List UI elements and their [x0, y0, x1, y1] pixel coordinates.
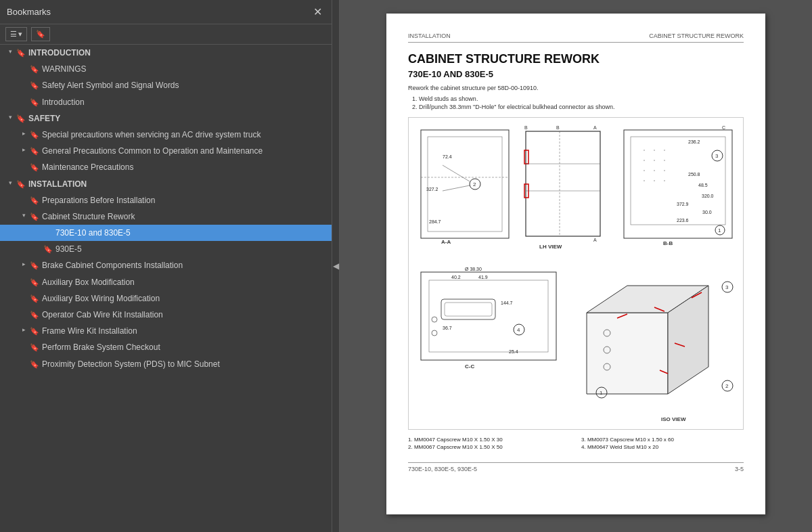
sidebar-item-installation-section[interactable]: 🔖 INSTALLATION — [0, 176, 332, 192]
bookmark-icon: 🔖 — [16, 48, 26, 58]
part-4: 4. MM0647 Weld Stud M10 x 20 — [581, 444, 744, 450]
svg-text:30.0: 30.0 — [702, 210, 712, 215]
svg-text:25.4: 25.4 — [509, 349, 518, 354]
sidebar-item-safety-section[interactable]: 🔖 SAFETY — [0, 110, 332, 127]
sidebar-item-930e-5[interactable]: 🔖 930E-5 — [0, 241, 332, 257]
svg-line-9 — [443, 185, 470, 191]
doc-subtitle: 730E-10 AND 830E-5 — [408, 69, 744, 79]
svg-text:A: A — [593, 238, 597, 242]
bookmarks-panel: Bookmarks ✕ ☰ ▾ 🔖 🔖 INTRODUCTION 🔖 WARNI… — [0, 0, 332, 532]
svg-line-8 — [443, 165, 470, 181]
svg-text:250.8: 250.8 — [688, 172, 700, 177]
sidebar-item-special-precautions[interactable]: 🔖 Special precautions when servicing an … — [0, 127, 332, 143]
svg-text:327.2: 327.2 — [426, 187, 438, 192]
svg-point-31 — [654, 170, 655, 171]
svg-text:A: A — [593, 125, 597, 130]
expand-icon — [19, 146, 28, 154]
svg-point-29 — [664, 160, 665, 161]
sidebar-item-label: Perform Brake System Checkout — [42, 342, 328, 353]
svg-text:36.7: 36.7 — [443, 326, 452, 330]
sidebar-item-cabinet-structure-rework[interactable]: 🔖 Cabinet Structure Rework — [0, 208, 332, 225]
parts-col-right: 3. MM0073 Capscrew M10 x 1.50 x 60 4. MM… — [581, 437, 744, 451]
footer-left: 730E-10, 830E-5, 930E-5 — [408, 466, 477, 472]
bookmark-icon: 🔖 — [30, 212, 39, 221]
sidebar-item-label: 730E-10 and 830E-5 — [55, 227, 328, 238]
svg-text:284.7: 284.7 — [429, 219, 441, 224]
sidebar-item-label: Auxiliary Box Wiring Modification — [42, 293, 328, 304]
bookmark-icon: 🔖 — [30, 326, 39, 336]
svg-point-26 — [664, 150, 665, 151]
svg-text:2: 2 — [473, 181, 476, 187]
sidebar-item-730e-10-830e-5[interactable]: 🔖 730E-10 and 830E-5 — [0, 225, 332, 241]
bookmark-icon: 🔖 — [30, 310, 39, 319]
svg-text:B-B: B-B — [663, 240, 673, 246]
svg-point-35 — [664, 180, 665, 181]
footer-right: 3-5 — [735, 466, 744, 472]
sidebar-item-proximity-detection[interactable]: 🔖 Proximity Detection System (PDS) to MI… — [0, 356, 332, 372]
sidebar-item-label: Safety Alert Symbol and Signal Words — [42, 80, 328, 91]
sidebar-item-label: 930E-5 — [55, 244, 328, 254]
sidebar-item-label: Special precautions when servicing an AC… — [42, 129, 328, 140]
sidebar-item-label: INSTALLATION — [28, 179, 328, 190]
sidebar-item-general-precautions[interactable]: 🔖 General Precautions Common to Operatio… — [0, 143, 332, 159]
dropdown-arrow: ▾ — [18, 30, 22, 39]
part-1: 1. MM0047 Capscrew M10 X 1.50 X 30 — [408, 437, 570, 443]
sidebar-item-introduction[interactable]: 🔖 Introduction — [0, 94, 332, 110]
sidebar-item-warnings[interactable]: 🔖 WARNINGS — [0, 61, 332, 77]
sidebar-item-label: WARNINGS — [42, 64, 328, 74]
sidebar-item-frame-wire[interactable]: 🔖 Frame Wire Kit Installation — [0, 323, 332, 339]
bookmark-icon: 🔖 — [30, 261, 39, 270]
list-icon: ☰ — [10, 30, 17, 39]
header-left: INSTALLATION — [408, 32, 451, 39]
panel-collapse-handle[interactable]: ◀ — [332, 0, 340, 532]
bookmark-icon: 🔖 — [30, 64, 39, 74]
bookmark-icon: 🔖 — [30, 294, 39, 303]
sidebar-item-preparations[interactable]: 🔖 Preparations Before Installation — [0, 192, 332, 208]
svg-text:LH VIEW: LH VIEW — [539, 244, 562, 250]
svg-point-53 — [432, 317, 437, 322]
svg-text:1: 1 — [718, 227, 721, 234]
svg-point-27 — [644, 160, 645, 161]
sidebar-item-maintenance-precautions[interactable]: 🔖 Maintenance Precautions — [0, 159, 332, 175]
doc-footer: 730E-10, 830E-5, 930E-5 3-5 — [408, 462, 744, 472]
expand-icon — [5, 48, 15, 56]
bookmark-icon: 🔖 — [30, 130, 39, 139]
svg-point-25 — [654, 150, 655, 151]
sidebar-item-label: INTRODUCTION — [28, 47, 328, 58]
svg-text:320.0: 320.0 — [702, 194, 714, 198]
svg-text:223.6: 223.6 — [677, 218, 689, 223]
svg-text:ISO VIEW: ISO VIEW — [661, 416, 686, 421]
drawing-svg: 72.4 327.2 284.7 2 A-A B A — [414, 123, 746, 421]
bookmark-nav-button[interactable]: 🔖 — [31, 27, 50, 41]
part-3: 3. MM0073 Capscrew M10 x 1.50 x 60 — [581, 437, 744, 443]
svg-text:4: 4 — [517, 327, 520, 333]
sidebar-item-brake-checkout[interactable]: 🔖 Perform Brake System Checkout — [0, 339, 332, 355]
sidebar-item-brake-cabinet[interactable]: 🔖 Brake Cabinet Components Installation — [0, 257, 332, 273]
svg-text:3: 3 — [725, 284, 729, 290]
sidebar-item-safety-alert[interactable]: 🔖 Safety Alert Symbol and Signal Words — [0, 77, 332, 93]
sidebar-item-operator-cab[interactable]: 🔖 Operator Cab Wire Kit Installation — [0, 307, 332, 323]
svg-text:B: B — [524, 125, 528, 130]
close-button[interactable]: ✕ — [311, 4, 325, 20]
svg-point-24 — [644, 150, 645, 151]
sidebar-item-label: Proximity Detection System (PDS) to MIC … — [42, 359, 328, 370]
collapse-icon: ◀ — [333, 261, 339, 271]
svg-text:372.9: 372.9 — [677, 202, 689, 206]
bookmark-icon: 🔖 — [30, 97, 39, 107]
svg-text:1: 1 — [600, 390, 603, 396]
bookmark-icon: 🔖 — [30, 162, 39, 172]
list-view-button[interactable]: ☰ ▾ — [5, 27, 27, 41]
parts-col-left: 1. MM0047 Capscrew M10 X 1.50 X 30 2. MM… — [408, 437, 570, 451]
sidebar-item-label: Maintenance Precautions — [42, 162, 328, 173]
svg-text:2: 2 — [725, 383, 729, 389]
svg-text:236.2: 236.2 — [688, 139, 700, 144]
sidebar-item-aux-box-wiring[interactable]: 🔖 Auxiliary Box Wiring Modification — [0, 290, 332, 307]
svg-text:48.5: 48.5 — [698, 183, 708, 187]
expand-icon — [19, 130, 28, 138]
svg-text:A-A: A-A — [441, 239, 451, 245]
doc-steps: Weld studs as shown. Drill/punch 38.3mm … — [408, 95, 744, 110]
sidebar-item-introduction-section[interactable]: 🔖 INTRODUCTION — [0, 45, 332, 61]
step-1: Weld studs as shown. — [419, 95, 744, 102]
sidebar-item-label: General Precautions Common to Operation … — [42, 146, 328, 156]
sidebar-item-aux-box-mod[interactable]: 🔖 Auxiliary Box Modification — [0, 274, 332, 290]
